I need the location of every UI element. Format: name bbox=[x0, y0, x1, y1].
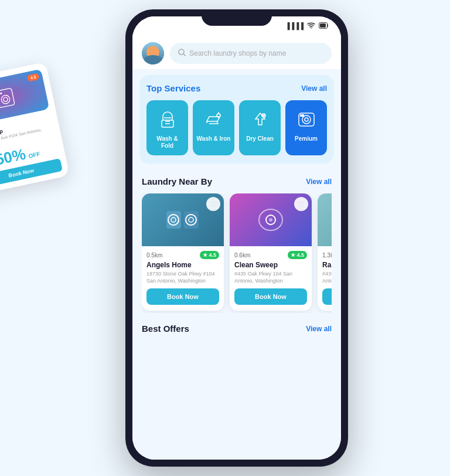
services-grid: Wash & Fold bbox=[146, 100, 327, 155]
shop-address-3: #435 Oak Pkwy 104 San Antonio, Washingto… bbox=[322, 271, 332, 284]
shop-distance-1: 0.5km bbox=[146, 252, 162, 259]
coupon-card: 4.5 0.6km Clean Group #435 Oak Park Ave … bbox=[0, 62, 70, 195]
svg-point-4 bbox=[1, 93, 2, 94]
nearby-title: Laundry Near By bbox=[142, 176, 212, 186]
services-header: Top Services View all bbox=[146, 83, 327, 93]
shop-name-1: Angels Home bbox=[146, 261, 219, 269]
shop-image-3: ♡ bbox=[318, 193, 332, 246]
nearby-view-all[interactable]: View all bbox=[306, 178, 332, 186]
search-bar[interactable]: Search laundry shops by name bbox=[170, 43, 332, 64]
dry-clean-icon bbox=[247, 106, 273, 132]
service-dry-clean[interactable]: Dry Clean bbox=[239, 100, 281, 155]
top-services-section: Top Services View all bbox=[139, 75, 334, 164]
shop-address-2: #435 Oak Pkwy 104 San Antonio, Washingto… bbox=[234, 271, 307, 284]
book-button-3[interactable]: Book Now bbox=[322, 288, 332, 305]
heart-button-1[interactable]: ♡ bbox=[206, 197, 220, 211]
shop-name-3: Rapid Wash bbox=[322, 261, 332, 269]
offers-view-all[interactable]: View all bbox=[306, 325, 332, 333]
shop-name-2: Clean Sweep bbox=[234, 261, 307, 269]
screen-content: Search laundry shops by name Top Service… bbox=[132, 35, 341, 460]
service-wash-iron[interactable]: Wash & Iron bbox=[193, 100, 234, 155]
svg-rect-7 bbox=[320, 23, 326, 28]
shop-image-2: ♡ bbox=[230, 193, 312, 246]
svg-point-25 bbox=[269, 218, 272, 222]
coupon-discount-value: 50% bbox=[0, 145, 27, 169]
wash-iron-icon bbox=[201, 106, 227, 132]
svg-point-5 bbox=[311, 28, 312, 29]
app-header: Search laundry shops by name bbox=[132, 35, 341, 69]
book-button-2[interactable]: Book Now bbox=[234, 288, 307, 305]
shop-distance-2: 0.6km bbox=[234, 252, 250, 259]
search-input[interactable]: Search laundry shops by name bbox=[189, 49, 286, 57]
service-dry-clean-label: Dry Clean bbox=[246, 135, 274, 142]
wifi-icon bbox=[307, 22, 315, 30]
shop-bg-3 bbox=[318, 193, 332, 246]
svg-point-16 bbox=[302, 115, 304, 117]
phone-frame: ▐▐▐▐ bbox=[125, 9, 348, 467]
shop-rating-1: ★4.5 bbox=[200, 251, 219, 259]
shop-info-2: 0.6km ★4.5 Clean Sweep #435 Oak Pkwy 104… bbox=[230, 246, 312, 311]
service-wash-fold-label: Wash & Fold bbox=[150, 135, 185, 149]
shop-card-3: ♡ 1.3km ★4.5 Rapid Wash #435 Oak Pkwy 10… bbox=[318, 193, 332, 311]
svg-point-2 bbox=[3, 97, 8, 102]
phone-notch bbox=[202, 9, 272, 26]
svg-point-13 bbox=[302, 115, 311, 124]
shop-card-1: ♡ 0.5km ★4.5 Angels Home 18730 Stone Oak… bbox=[142, 193, 224, 311]
shop-card-2: ♡ 0.6km ★4.5 Clean Sweep #435 Oak Pkwy 1… bbox=[230, 193, 312, 311]
services-title: Top Services bbox=[146, 83, 200, 93]
shop-info-1: 0.5km ★4.5 Angels Home 18730 Stone Oak P… bbox=[142, 246, 224, 311]
shops-list: ♡ 0.5km ★4.5 Angels Home 18730 Stone Oak… bbox=[142, 193, 332, 313]
shop-info-3: 1.3km ★4.5 Rapid Wash #435 Oak Pkwy 104 … bbox=[318, 246, 332, 311]
svg-point-14 bbox=[305, 118, 308, 121]
offers-title: Best Offers bbox=[142, 324, 189, 334]
offers-header: Best Offers View all bbox=[142, 324, 332, 334]
premium-icon bbox=[294, 106, 319, 132]
shop-rating-2: ★4.5 bbox=[288, 251, 307, 259]
nearby-header: Laundry Near By View all bbox=[142, 176, 332, 186]
service-wash-iron-label: Wash & Iron bbox=[197, 135, 231, 142]
shop-address-1: 18730 Stone Oak Pkwy #104 San Antonio, W… bbox=[146, 271, 219, 284]
battery-icon bbox=[319, 22, 329, 30]
shop-image-1: ♡ bbox=[142, 193, 224, 246]
signal-icon: ▐▐▐▐ bbox=[285, 22, 304, 29]
coupon-off-label: OFF bbox=[28, 151, 41, 159]
heart-button-2[interactable]: ♡ bbox=[294, 197, 308, 211]
service-premium[interactable]: Pemium bbox=[285, 100, 327, 155]
best-offers-section: Best Offers View all bbox=[132, 318, 341, 338]
shop-distance-3: 1.3km bbox=[322, 252, 332, 259]
service-wash-fold[interactable]: Wash & Fold bbox=[146, 100, 188, 155]
svg-point-1 bbox=[1, 94, 11, 104]
avatar[interactable] bbox=[142, 42, 164, 64]
nearby-section: Laundry Near By View all bbox=[132, 169, 341, 318]
search-icon bbox=[178, 49, 186, 58]
book-button-1[interactable]: Book Now bbox=[146, 288, 219, 305]
wash-fold-icon bbox=[155, 106, 180, 132]
phone-screen: ▐▐▐▐ bbox=[132, 16, 341, 460]
services-view-all[interactable]: View all bbox=[301, 84, 327, 93]
service-premium-label: Pemium bbox=[295, 135, 318, 142]
